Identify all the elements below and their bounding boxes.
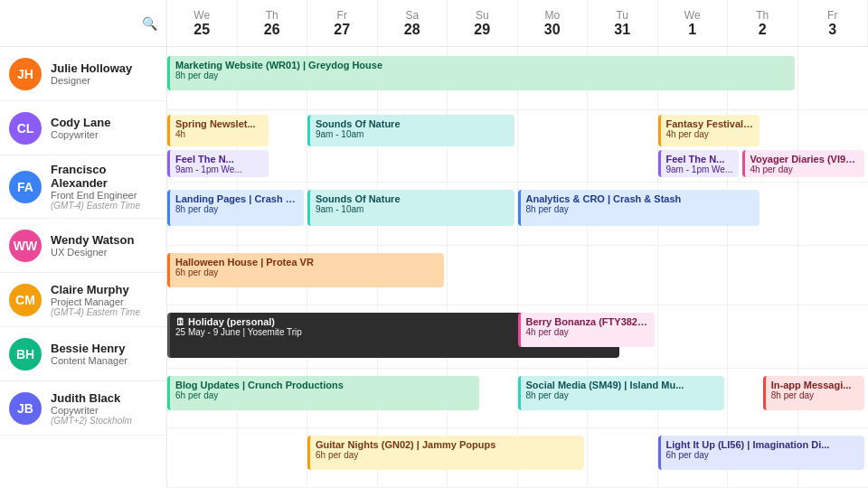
member-tz-claire: (GMT-4) Eastern Time (51, 307, 140, 317)
event-r6-1[interactable]: Light It Up (LI56) | Imagination Di...6h… (658, 436, 865, 470)
grid-col-r1-c5 (518, 110, 589, 182)
team-member-bessie[interactable]: BH Bessie Henry Content Manager (0, 327, 166, 381)
member-info-judith: Judith Black Copywriter (GMT+2) Stockhol… (51, 391, 132, 426)
avatar-julie: JH (9, 58, 42, 90)
avatar-bessie: BH (9, 338, 42, 371)
event-r1-3[interactable]: Feel The N...9am - 1pm We... (167, 150, 269, 177)
day-name: Tu (616, 9, 628, 22)
event-title: Fantasy Festival | Dreamtime Fields (666, 118, 754, 129)
event-hours: 8h per day (526, 390, 720, 400)
member-name-cody: Cody Lane (51, 116, 110, 129)
event-title: Halloween House | Protea VR (175, 257, 439, 267)
event-title: Feel The N... (666, 154, 733, 164)
event-title: Spring Newslet... (175, 118, 263, 129)
day-num: 1 (688, 22, 696, 38)
grid-row-2: Landing Pages | Crash & Stash8h per dayS… (167, 183, 868, 246)
day-header-3: Fr 3 (798, 0, 869, 46)
day-name: Th (756, 9, 769, 22)
event-r5-2[interactable]: In-app Messagi...8h per day (763, 376, 864, 410)
search-input[interactable] (9, 16, 138, 30)
day-num: 28 (404, 22, 420, 38)
event-title: Guitar Nights (GN02) | Jammy Popups (316, 439, 579, 450)
day-header-29: Su 29 (448, 0, 518, 46)
avatar-claire: CM (9, 284, 42, 316)
event-r1-1[interactable]: Sounds Of Nature9am - 10am (307, 115, 514, 146)
grid-col-r1-c6 (588, 110, 658, 182)
grid-col-r3-c7 (658, 246, 729, 305)
day-num: 29 (474, 22, 490, 38)
member-name-julie: Julie Holloway (51, 61, 132, 75)
calendar: We 25 Th 26 Fr 27 Sa 28 Su 29 Mo 30 Tu 3… (167, 0, 868, 488)
event-title: In-app Messagi... (771, 380, 859, 390)
calendar-header: We 25 Th 26 Fr 27 Sa 28 Su 29 Mo 30 Tu 3… (167, 0, 868, 47)
member-info-wendy: Wendy Watson UX Designer (51, 233, 134, 258)
event-r5-1[interactable]: Social Media (SM49) | Island Mu...8h per… (518, 376, 725, 410)
event-hours: 9am - 10am (316, 129, 509, 139)
member-role-claire: Project Manager (51, 296, 140, 307)
event-r2-0[interactable]: Landing Pages | Crash & Stash8h per day (167, 190, 304, 226)
event-r3-0[interactable]: Halloween House | Protea VR6h per day (167, 253, 444, 287)
team-member-julie[interactable]: JH Julie Holloway Designer (0, 47, 166, 101)
event-r1-4[interactable]: Feel The N...9am - 1pm We... (658, 150, 739, 177)
event-hours: 9am - 1pm We... (666, 164, 733, 174)
grid-row-3: Halloween House | Protea VR6h per day (167, 246, 868, 305)
day-header-2: Th 2 (728, 0, 798, 46)
grid-row-0: Marketing Website (WR01) | Greydog House… (167, 47, 868, 110)
grid-row-5: Blog Updates | Crunch Productions6h per … (167, 369, 868, 428)
member-role-bessie: Content Manager (51, 355, 127, 366)
day-header-28: Sa 28 (378, 0, 448, 46)
team-member-wendy[interactable]: WW Wendy Watson UX Designer (0, 219, 166, 273)
member-info-julie: Julie Holloway Designer (51, 61, 132, 86)
member-role-julie: Designer (51, 75, 132, 86)
day-name: Mo (544, 9, 560, 22)
team-member-francisco[interactable]: FA Francisco Alexander Front End Enginee… (0, 155, 166, 219)
event-hours: 8h per day (175, 204, 298, 214)
team-member-cody[interactable]: CL Cody Lane Copywriter (0, 101, 166, 155)
event-r1-0[interactable]: Spring Newslet...4h (167, 115, 269, 146)
avatar-francisco: FA (9, 171, 42, 203)
grid-col-r3-c6 (588, 246, 658, 305)
day-num: 27 (334, 22, 350, 38)
event-r4-1[interactable]: Berry Bonanza (FTY3820) | Frooty4h per d… (518, 313, 655, 347)
search-bar[interactable]: 🔍 (0, 0, 166, 47)
day-header-1: We 1 (658, 0, 729, 46)
team-member-claire[interactable]: CM Claire Murphy Project Manager (GMT-4)… (0, 273, 166, 327)
event-r2-2[interactable]: Analytics & CRO | Crash & Stash8h per da… (518, 190, 760, 226)
day-name: Fr (827, 9, 837, 22)
day-name: Th (266, 9, 278, 22)
event-title: Analytics & CRO | Crash & Stash (526, 193, 754, 204)
day-header-27: Fr 27 (307, 0, 378, 46)
event-r2-1[interactable]: Sounds Of Nature9am - 10am (307, 190, 514, 226)
event-title: Feel The N... (175, 154, 263, 164)
event-hours: 4h per day (526, 327, 649, 337)
day-num: 30 (544, 22, 561, 38)
event-r6-0[interactable]: Guitar Nights (GN02) | Jammy Popups6h pe… (307, 436, 584, 470)
grid-col-r3-c5 (518, 246, 589, 305)
member-tz-francisco: (GMT-4) Eastern Time (51, 201, 157, 211)
day-header-26: Th 26 (238, 0, 308, 46)
grid-col-r4-c8 (728, 305, 798, 368)
member-name-claire: Claire Murphy (51, 283, 140, 296)
grid-col-r3-c8 (728, 246, 798, 305)
event-r1-2[interactable]: Fantasy Festival | Dreamtime Fields4h pe… (658, 115, 760, 146)
grid-row-4: 🗓 Holiday (personal)25 May - 9 June | Yo… (167, 305, 868, 369)
grid-row-6: Guitar Nights (GN02) | Jammy Popups6h pe… (167, 428, 868, 488)
event-hours: 6h per day (175, 267, 439, 277)
event-r5-0[interactable]: Blog Updates | Crunch Productions6h per … (167, 376, 479, 410)
event-title: Voyager Diaries (VI99) | Space Po... (750, 154, 860, 164)
event-r1-5[interactable]: Voyager Diaries (VI99) | Space Po...4h p… (742, 150, 865, 177)
event-r0-0[interactable]: Marketing Website (WR01) | Greydog House… (167, 56, 795, 90)
grid-col-r6-c6 (588, 428, 658, 487)
event-hours: 6h per day (316, 450, 579, 460)
team-member-judith[interactable]: JB Judith Black Copywriter (GMT+2) Stock… (0, 381, 166, 436)
day-num: 31 (614, 22, 630, 38)
calendar-body: Marketing Website (WR01) | Greydog House… (167, 47, 868, 488)
member-role-francisco: Front End Engineer (51, 190, 157, 201)
avatar-cody: CL (9, 112, 42, 145)
day-name: Fr (337, 9, 347, 22)
event-title: Berry Bonanza (FTY3820) | Frooty (526, 316, 649, 327)
event-title: Light It Up (LI56) | Imagination Di... (666, 439, 860, 450)
day-name: We (193, 9, 210, 22)
grid-row-1: Spring Newslet...4hSounds Of Nature9am -… (167, 110, 868, 183)
event-hours: 8h per day (526, 204, 754, 214)
